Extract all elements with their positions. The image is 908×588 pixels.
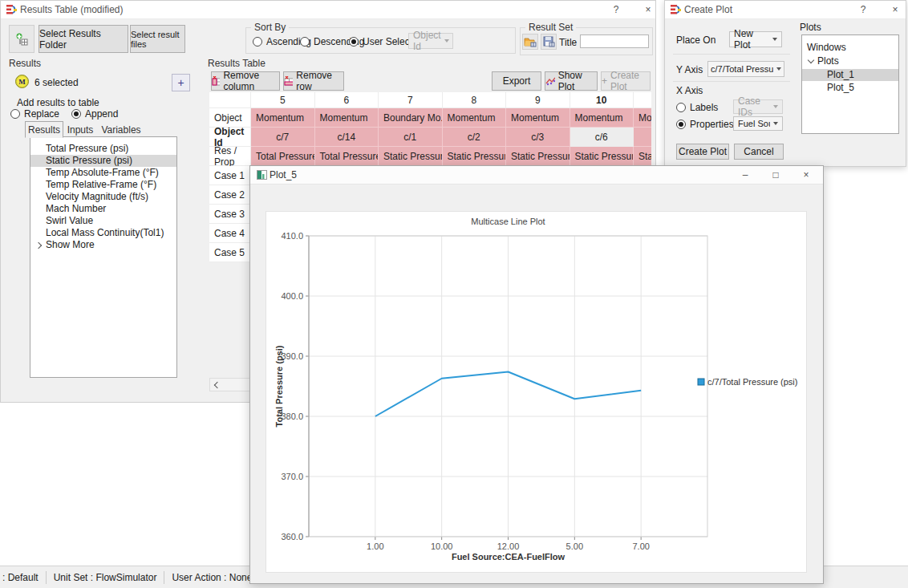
svg-text:10.00: 10.00	[431, 541, 453, 551]
column-header[interactable]: 5	[251, 92, 315, 108]
column-header[interactable]: 8	[443, 92, 507, 108]
table-cell-selected[interactable]: c/6	[570, 128, 634, 147]
table-cell[interactable]: Momentum	[315, 108, 379, 128]
tab-results-label: Results	[28, 124, 60, 136]
list-item-show-more[interactable]: Show More	[30, 239, 176, 251]
close-button[interactable]: ×	[794, 166, 818, 183]
column-header[interactable]	[634, 92, 651, 108]
table-cell[interactable]: Static Pressure ...	[570, 147, 634, 166]
result-set-title-input[interactable]	[580, 34, 649, 48]
row-header-res-prop[interactable]: Res / Prop	[209, 147, 251, 166]
tree-item-windows[interactable]: Windows	[802, 42, 898, 54]
export-button[interactable]: Export	[492, 71, 541, 91]
list-item[interactable]: Temp Absolute-Frame (°F)	[30, 167, 176, 179]
sort-field-dropdown[interactable]: Object Id	[408, 33, 453, 49]
radio-icon	[10, 109, 20, 119]
table-cell[interactable]: c/3	[506, 128, 570, 147]
row-header-object-id[interactable]: Object Id	[209, 128, 251, 147]
column-header[interactable]: 6	[315, 92, 379, 108]
column-header[interactable]: 9	[506, 92, 570, 108]
table-cell[interactable]: Sta	[634, 147, 651, 166]
replace-radio[interactable]: Replace	[10, 108, 59, 120]
list-item[interactable]: Velocity Magnitude (ft/s)	[30, 191, 176, 203]
row-header-case[interactable]: Case 2	[209, 185, 251, 205]
column-header-selected[interactable]: 10	[570, 92, 634, 108]
list-item[interactable]: Swirl Value	[30, 215, 176, 227]
y-axis-dropdown[interactable]: c/7/Total Pressure (psi)	[707, 61, 784, 77]
table-cell[interactable]: Mo	[634, 108, 651, 128]
create-plot-confirm-button[interactable]: Create Plot	[676, 144, 729, 160]
help-button[interactable]: ?	[604, 1, 628, 18]
table-cell[interactable]: Boundary Mo...	[379, 108, 443, 128]
tree-item-plot-1[interactable]: Plot_1	[802, 69, 898, 81]
tree-item-plots[interactable]: Plots	[802, 55, 898, 67]
tree-item-plot-5[interactable]: Plot_5	[802, 82, 898, 94]
table-cell[interactable]: c/7	[251, 128, 315, 147]
maximize-button[interactable]: □	[764, 166, 788, 183]
table-cell[interactable]: Static Pressure ...	[506, 147, 570, 166]
plot-window-title: Plot_5	[270, 169, 297, 180]
tab-inputs[interactable]: Inputs	[62, 121, 99, 138]
column-header[interactable]: 7	[379, 92, 443, 108]
select-result-files-label: Select result files	[131, 30, 184, 49]
save-result-set-button[interactable]	[541, 34, 557, 50]
radio-icon	[676, 120, 686, 129]
list-item[interactable]: Mach Number	[30, 203, 176, 215]
table-cell[interactable]: Total Pressure (...	[251, 147, 315, 166]
labels-dropdown[interactable]: Case IDs	[733, 99, 783, 114]
svg-text:12.00: 12.00	[497, 541, 520, 551]
remove-column-button[interactable]: Remove column	[211, 71, 280, 91]
x-axis-properties-radio[interactable]: Properties	[676, 119, 734, 130]
svg-text:410.0: 410.0	[281, 231, 303, 241]
select-result-files-button[interactable]: Select result files	[130, 25, 185, 53]
row-header-case[interactable]: Case 4	[209, 224, 251, 243]
table-cell[interactable]: c/2	[443, 128, 507, 147]
plot-window-titlebar: Plot_5 – □ ×	[250, 166, 823, 185]
add-result-button[interactable]: +	[172, 74, 190, 91]
tab-results[interactable]: Results	[25, 121, 63, 138]
help-button[interactable]: ?	[851, 1, 875, 18]
list-item[interactable]: Static Pressure (psi)	[30, 155, 176, 167]
list-item-label: Velocity Magnitude (ft/s)	[46, 191, 148, 202]
x-axis-labels-radio[interactable]: Labels	[676, 102, 718, 113]
table-cell[interactable]: Static Pressure ...	[379, 147, 443, 166]
show-plot-button[interactable]: Show Plot	[545, 71, 598, 91]
row-header-object[interactable]: Object	[209, 108, 251, 128]
list-item[interactable]: Temp Relative-Frame (°F)	[30, 179, 176, 191]
properties-dropdown[interactable]: Fuel Source::	[733, 116, 783, 131]
result-set-title-label: Title	[559, 37, 577, 48]
list-item[interactable]: Local Mass Continuity(Tol1)	[30, 227, 176, 239]
table-cell[interactable]: Momentum	[251, 108, 315, 128]
table-cell[interactable]: Momentum	[570, 108, 634, 128]
tree-windows-label: Windows	[807, 42, 846, 54]
select-results-folder-button[interactable]: Select Results Folder	[39, 25, 128, 53]
remove-row-button[interactable]: Remove row	[283, 71, 344, 91]
table-cell[interactable]: c/14	[315, 128, 379, 147]
results-panel-label: Results	[9, 58, 41, 69]
table-cell[interactable]: Momentum	[443, 108, 507, 128]
table-cell[interactable]: Momentum	[506, 108, 570, 128]
close-button[interactable]: ×	[636, 1, 660, 18]
add-results-toolbar-button[interactable]	[9, 25, 34, 53]
minimize-button[interactable]: –	[733, 166, 757, 183]
list-item[interactable]: Total Pressure (psi)	[30, 143, 176, 155]
tab-variables[interactable]: Variables	[97, 121, 145, 138]
row-header-case[interactable]: Case 3	[209, 205, 251, 224]
remove-row-icon	[284, 76, 293, 86]
append-radio[interactable]: Append	[71, 108, 118, 120]
folder-add-icon	[524, 36, 537, 47]
scroll-left-button[interactable]	[210, 379, 224, 391]
radio-icon	[349, 37, 359, 47]
row-header-case[interactable]: Case 5	[209, 243, 251, 262]
table-cell[interactable]: Static Pressure ...	[443, 147, 507, 166]
close-button[interactable]: ×	[883, 1, 907, 18]
create-plot-button[interactable]: + Create Plot	[601, 71, 651, 91]
cancel-button[interactable]: Cancel	[734, 144, 784, 160]
place-on-dropdown[interactable]: New Plot	[729, 31, 782, 47]
status-mode: : Default	[2, 572, 39, 583]
table-cell[interactable]	[634, 128, 651, 147]
load-result-set-button[interactable]	[522, 34, 538, 50]
table-cell[interactable]: c/1	[379, 128, 443, 147]
row-header-case[interactable]: Case 1	[209, 166, 251, 185]
table-cell[interactable]: Total Pressure (...	[315, 147, 379, 166]
